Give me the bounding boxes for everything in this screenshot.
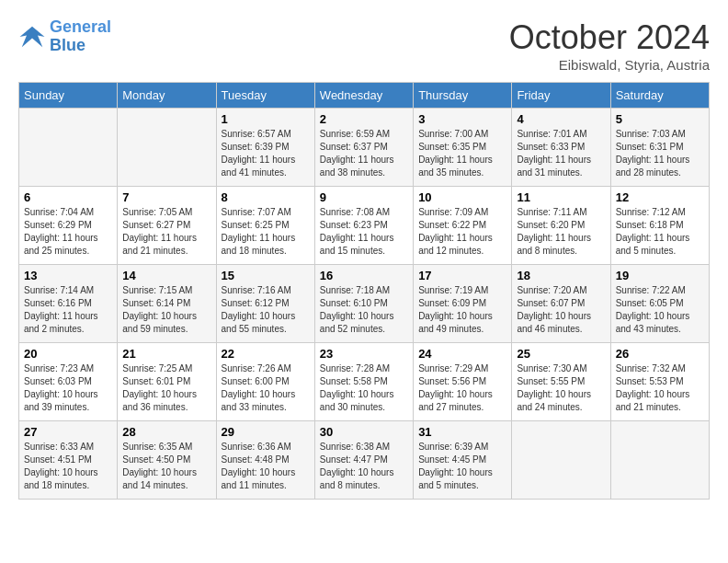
- day-info: Sunrise: 6:36 AM Sunset: 4:48 PM Dayligh…: [222, 441, 310, 492]
- day-number: 12: [616, 190, 704, 204]
- calendar-cell: 18Sunrise: 7:20 AM Sunset: 6:07 PM Dayli…: [512, 265, 610, 343]
- day-number: 7: [122, 190, 210, 204]
- day-info: Sunrise: 7:01 AM Sunset: 6:33 PM Dayligh…: [517, 128, 605, 179]
- calendar-cell: [118, 109, 216, 187]
- day-info: Sunrise: 7:22 AM Sunset: 6:05 PM Dayligh…: [616, 284, 704, 336]
- calendar-week-row: 6Sunrise: 7:04 AM Sunset: 6:29 PM Daylig…: [19, 187, 710, 265]
- calendar-cell: 5Sunrise: 7:03 AM Sunset: 6:31 PM Daylig…: [610, 109, 709, 187]
- day-info: Sunrise: 6:59 AM Sunset: 6:37 PM Dayligh…: [320, 128, 408, 179]
- day-info: Sunrise: 6:35 AM Sunset: 4:50 PM Dayligh…: [122, 441, 210, 492]
- day-info: Sunrise: 7:00 AM Sunset: 6:35 PM Dayligh…: [418, 128, 506, 179]
- day-info: Sunrise: 7:11 AM Sunset: 6:20 PM Dayligh…: [517, 206, 605, 258]
- calendar-cell: 26Sunrise: 7:32 AM Sunset: 5:53 PM Dayli…: [610, 343, 709, 421]
- logo-text: General Blue: [50, 18, 111, 55]
- day-number: 15: [222, 269, 310, 282]
- calendar-week-row: 20Sunrise: 7:23 AM Sunset: 6:03 PM Dayli…: [19, 343, 710, 421]
- day-number: 13: [24, 269, 112, 282]
- calendar-cell: 11Sunrise: 7:11 AM Sunset: 6:20 PM Dayli…: [512, 187, 610, 265]
- day-info: Sunrise: 7:15 AM Sunset: 6:14 PM Dayligh…: [122, 284, 210, 336]
- calendar-cell: 27Sunrise: 6:33 AM Sunset: 4:51 PM Dayli…: [19, 421, 118, 500]
- day-number: 1: [222, 112, 310, 126]
- day-number: 9: [320, 190, 408, 204]
- calendar-cell: 28Sunrise: 6:35 AM Sunset: 4:50 PM Dayli…: [118, 421, 216, 500]
- calendar-header-row: SundayMondayTuesdayWednesdayThursdayFrid…: [19, 83, 710, 109]
- day-number: 31: [418, 425, 506, 439]
- calendar-week-row: 1Sunrise: 6:57 AM Sunset: 6:39 PM Daylig…: [19, 109, 710, 187]
- calendar-cell: 8Sunrise: 7:07 AM Sunset: 6:25 PM Daylig…: [216, 187, 314, 265]
- day-number: 21: [122, 347, 210, 361]
- day-info: Sunrise: 6:39 AM Sunset: 4:45 PM Dayligh…: [418, 441, 506, 492]
- day-number: 2: [320, 112, 408, 126]
- calendar-cell: [610, 421, 709, 500]
- page-header: General Blue October 2024 Eibiswald, Sty…: [18, 18, 710, 73]
- day-info: Sunrise: 7:12 AM Sunset: 6:18 PM Dayligh…: [616, 206, 704, 258]
- day-info: Sunrise: 7:25 AM Sunset: 6:01 PM Dayligh…: [122, 362, 210, 414]
- logo: General Blue: [18, 18, 111, 55]
- day-info: Sunrise: 7:07 AM Sunset: 6:25 PM Dayligh…: [222, 206, 310, 258]
- column-header-saturday: Saturday: [610, 83, 709, 109]
- day-number: 30: [320, 425, 408, 439]
- calendar-cell: 21Sunrise: 7:25 AM Sunset: 6:01 PM Dayli…: [118, 343, 216, 421]
- calendar-cell: 16Sunrise: 7:18 AM Sunset: 6:10 PM Dayli…: [314, 265, 413, 343]
- day-info: Sunrise: 7:32 AM Sunset: 5:53 PM Dayligh…: [616, 362, 704, 414]
- title-block: October 2024 Eibiswald, Styria, Austria: [509, 18, 710, 73]
- day-number: 26: [616, 347, 704, 361]
- day-info: Sunrise: 7:03 AM Sunset: 6:31 PM Dayligh…: [616, 128, 704, 179]
- calendar-cell: 29Sunrise: 6:36 AM Sunset: 4:48 PM Dayli…: [216, 421, 314, 500]
- column-header-monday: Monday: [118, 83, 216, 109]
- calendar-cell: 9Sunrise: 7:08 AM Sunset: 6:23 PM Daylig…: [314, 187, 413, 265]
- logo-icon: [18, 23, 46, 51]
- day-number: 19: [616, 269, 704, 282]
- calendar-cell: 12Sunrise: 7:12 AM Sunset: 6:18 PM Dayli…: [610, 187, 709, 265]
- day-number: 24: [418, 347, 506, 361]
- day-info: Sunrise: 7:14 AM Sunset: 6:16 PM Dayligh…: [24, 284, 112, 336]
- calendar-cell: 30Sunrise: 6:38 AM Sunset: 4:47 PM Dayli…: [314, 421, 413, 500]
- column-header-tuesday: Tuesday: [216, 83, 314, 109]
- day-number: 27: [24, 425, 112, 439]
- calendar-week-row: 13Sunrise: 7:14 AM Sunset: 6:16 PM Dayli…: [19, 265, 710, 343]
- calendar-cell: 17Sunrise: 7:19 AM Sunset: 6:09 PM Dayli…: [414, 265, 512, 343]
- column-header-friday: Friday: [512, 83, 610, 109]
- calendar-cell: 23Sunrise: 7:28 AM Sunset: 5:58 PM Dayli…: [314, 343, 413, 421]
- calendar-cell: 31Sunrise: 6:39 AM Sunset: 4:45 PM Dayli…: [414, 421, 512, 500]
- day-info: Sunrise: 7:04 AM Sunset: 6:29 PM Dayligh…: [24, 206, 112, 258]
- day-number: 29: [222, 425, 310, 439]
- calendar-cell: [512, 421, 610, 500]
- day-info: Sunrise: 7:16 AM Sunset: 6:12 PM Dayligh…: [222, 284, 310, 336]
- month-title: October 2024: [509, 18, 710, 57]
- calendar-cell: 13Sunrise: 7:14 AM Sunset: 6:16 PM Dayli…: [19, 265, 118, 343]
- calendar-cell: 7Sunrise: 7:05 AM Sunset: 6:27 PM Daylig…: [118, 187, 216, 265]
- calendar-cell: 4Sunrise: 7:01 AM Sunset: 6:33 PM Daylig…: [512, 109, 610, 187]
- calendar-cell: 14Sunrise: 7:15 AM Sunset: 6:14 PM Dayli…: [118, 265, 216, 343]
- day-number: 4: [517, 112, 605, 126]
- day-info: Sunrise: 6:57 AM Sunset: 6:39 PM Dayligh…: [222, 128, 310, 179]
- day-number: 25: [517, 347, 605, 361]
- day-number: 17: [418, 269, 506, 282]
- day-info: Sunrise: 7:08 AM Sunset: 6:23 PM Dayligh…: [320, 206, 408, 258]
- day-number: 5: [616, 112, 704, 126]
- day-number: 6: [24, 190, 112, 204]
- calendar-cell: 20Sunrise: 7:23 AM Sunset: 6:03 PM Dayli…: [19, 343, 118, 421]
- day-info: Sunrise: 7:28 AM Sunset: 5:58 PM Dayligh…: [320, 362, 408, 414]
- calendar-week-row: 27Sunrise: 6:33 AM Sunset: 4:51 PM Dayli…: [19, 421, 710, 500]
- day-number: 11: [517, 190, 605, 204]
- calendar-cell: 19Sunrise: 7:22 AM Sunset: 6:05 PM Dayli…: [610, 265, 709, 343]
- calendar-cell: 24Sunrise: 7:29 AM Sunset: 5:56 PM Dayli…: [414, 343, 512, 421]
- day-info: Sunrise: 7:26 AM Sunset: 6:00 PM Dayligh…: [222, 362, 310, 414]
- day-info: Sunrise: 7:29 AM Sunset: 5:56 PM Dayligh…: [418, 362, 506, 414]
- calendar-cell: [19, 109, 118, 187]
- day-number: 8: [222, 190, 310, 204]
- calendar-cell: 25Sunrise: 7:30 AM Sunset: 5:55 PM Dayli…: [512, 343, 610, 421]
- day-info: Sunrise: 7:30 AM Sunset: 5:55 PM Dayligh…: [517, 362, 605, 414]
- day-info: Sunrise: 6:33 AM Sunset: 4:51 PM Dayligh…: [24, 441, 112, 492]
- day-info: Sunrise: 7:09 AM Sunset: 6:22 PM Dayligh…: [418, 206, 506, 258]
- column-header-wednesday: Wednesday: [314, 83, 413, 109]
- day-number: 14: [122, 269, 210, 282]
- day-number: 20: [24, 347, 112, 361]
- calendar-cell: 1Sunrise: 6:57 AM Sunset: 6:39 PM Daylig…: [216, 109, 314, 187]
- location-subtitle: Eibiswald, Styria, Austria: [509, 57, 710, 73]
- day-info: Sunrise: 7:05 AM Sunset: 6:27 PM Dayligh…: [122, 206, 210, 258]
- day-number: 3: [418, 112, 506, 126]
- day-number: 22: [222, 347, 310, 361]
- column-header-sunday: Sunday: [19, 83, 118, 109]
